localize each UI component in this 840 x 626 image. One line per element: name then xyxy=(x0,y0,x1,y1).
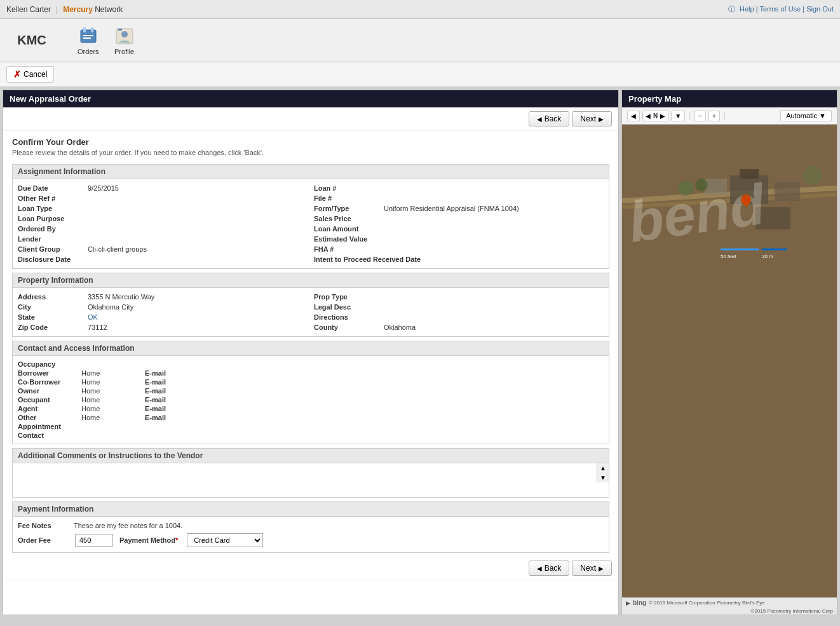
nav-bar: KMC Orders Profile xyxy=(0,19,840,62)
loan-type-label: Loan Type xyxy=(18,205,88,212)
map-toolbar: ◀ ◀ N ▶ ▼ | − + | Automatic ▼ xyxy=(622,107,837,125)
occupancy-label: Occupancy xyxy=(18,360,81,368)
occupant-email-label: E-mail xyxy=(145,396,183,404)
top-bar-left: Kellen Carter | Mercury Network xyxy=(6,5,123,14)
occupancy-row: Occupancy xyxy=(18,360,604,369)
map-nav-back-button[interactable]: ◀ xyxy=(627,111,640,121)
assignment-grid: Due Date 9/25/2015 Other Ref # Loan Type xyxy=(13,179,609,268)
other-email-label: E-mail xyxy=(145,414,183,421)
user-name: Kellen Carter xyxy=(6,5,51,14)
scroll-up-button[interactable]: ▲ xyxy=(597,463,609,473)
due-date-value: 9/25/2015 xyxy=(88,184,119,192)
top-bar: Kellen Carter | Mercury Network ⓘ Help |… xyxy=(0,0,840,19)
next-button-bottom[interactable]: Next ▶ xyxy=(572,561,612,576)
back-arrow-icon: ◀ xyxy=(537,116,542,123)
svg-text:50 feet: 50 feet xyxy=(721,254,736,259)
fha-label: FHA # xyxy=(314,245,384,253)
estimated-value-row: Estimated Value xyxy=(314,234,604,244)
fee-notes-value: These are my fee notes for a 1004. xyxy=(74,522,182,529)
svg-rect-1 xyxy=(83,27,86,32)
co-borrower-email-label: E-mail xyxy=(145,378,183,386)
map-zoom-out-button[interactable]: − xyxy=(694,111,706,121)
map-toolbar-separator2: | xyxy=(724,111,726,120)
client-group-row: Client Group Cli-cli-client groups xyxy=(18,244,308,254)
zip-row: Zip Code 73112 xyxy=(18,322,308,332)
order-fee-label: Order Fee xyxy=(18,536,69,544)
disclosure-date-label: Disclosure Date xyxy=(18,255,88,263)
mercury-text: Mercury xyxy=(63,5,93,14)
separator: | xyxy=(56,5,58,14)
intent-row: Intent to Proceed Received Date xyxy=(314,254,604,264)
svg-rect-19 xyxy=(762,248,787,250)
zip-label: Zip Code xyxy=(18,323,88,331)
state-label: State xyxy=(18,313,88,321)
intent-label: Intent to Proceed Received Date xyxy=(314,255,421,263)
cancel-button[interactable]: ✗ Cancel xyxy=(6,66,54,83)
file-num-label: File # xyxy=(314,194,384,202)
left-panel: New Appraisal Order ◀ Back Next ▶ Confir… xyxy=(3,90,619,615)
payment-method-select[interactable]: Credit Card Invoice ACH xyxy=(187,533,263,547)
occupant-phone: Home xyxy=(81,396,132,404)
x-icon: ✗ xyxy=(13,69,21,79)
assignment-left-col: Due Date 9/25/2015 Other Ref # Loan Type xyxy=(18,183,308,264)
appointment-label: Appointment xyxy=(18,423,81,430)
next-label-bottom: Next xyxy=(580,564,596,573)
fee-notes-row: Fee Notes These are my fee notes for a 1… xyxy=(18,522,604,529)
back-button-bottom[interactable]: ◀ Back xyxy=(529,561,570,576)
client-group-value: Cli-cli-client groups xyxy=(88,245,147,253)
comments-section: Additional Comments or Instructions to t… xyxy=(12,448,609,498)
svg-rect-18 xyxy=(721,248,759,250)
agent-label: Agent xyxy=(18,405,81,412)
map-n-label: N xyxy=(653,112,658,119)
next-button-top[interactable]: Next ▶ xyxy=(572,111,612,126)
assignment-section: Assignment Information Due Date 9/25/201… xyxy=(12,164,609,269)
nav-row-bottom: ◀ Back Next ▶ xyxy=(3,557,618,580)
owner-label: Owner xyxy=(18,387,81,395)
signout-link[interactable]: Sign Out xyxy=(806,5,834,13)
co-borrower-label: Co-Borrower xyxy=(18,378,81,386)
map-zoom-in-button[interactable]: + xyxy=(708,111,720,121)
loan-type-row: Loan Type xyxy=(18,203,308,214)
order-fee-row: Order Fee Payment Method* Credit Card In… xyxy=(18,533,604,547)
scroll-down-button[interactable]: ▼ xyxy=(597,473,609,482)
borrower-phone: Home xyxy=(81,369,132,377)
map-copyright: © 2015 Microsoft Corporation Pictometry … xyxy=(649,600,765,606)
next-label-top: Next xyxy=(580,114,596,123)
appointment-row: Appointment xyxy=(18,422,604,431)
co-borrower-phone: Home xyxy=(81,378,132,386)
map-toolbar-separator: | xyxy=(689,111,691,120)
assignment-header: Assignment Information xyxy=(13,165,609,179)
address-row: Address 3355 N Mercutio Way xyxy=(18,292,308,302)
svg-text:20 m: 20 m xyxy=(762,254,773,259)
contact-content: Occupancy Borrower Home E-mail Co-Borrow… xyxy=(13,356,609,444)
contact-row-item: Contact xyxy=(18,431,604,440)
map-svg: bend 50 feet 20 m xyxy=(622,125,837,597)
help-link[interactable]: Help xyxy=(740,5,754,13)
top-bar-right: ⓘ Help | Terms of Use | Sign Out xyxy=(728,4,834,14)
back-label-bottom: Back xyxy=(545,564,562,573)
payment-method-label: Payment Method* xyxy=(119,536,178,544)
kmc-logo: KMC xyxy=(6,33,57,48)
lender-label: Lender xyxy=(18,235,88,243)
terms-link[interactable]: Terms of Use xyxy=(759,5,801,13)
map-prev-button[interactable]: ◀ xyxy=(643,111,653,121)
map-next-button[interactable]: ▶ xyxy=(658,111,668,121)
orders-nav-button[interactable]: Orders xyxy=(70,24,107,58)
owner-phone: Home xyxy=(81,387,132,395)
map-nav-forward-button[interactable]: ▼ xyxy=(671,111,685,121)
state-value: OK xyxy=(88,313,98,321)
map-container: bend 50 feet 20 m xyxy=(622,125,837,597)
order-fee-input[interactable] xyxy=(75,534,113,547)
comments-area-wrapper: ▲ ▼ xyxy=(13,463,609,497)
right-panel: Property Map ◀ ◀ N ▶ ▼ | − + | Automatic… xyxy=(621,90,837,615)
back-button-top[interactable]: ◀ Back xyxy=(529,111,570,126)
profile-nav-button[interactable]: Profile xyxy=(107,24,142,58)
form-type-label: Form/Type xyxy=(314,205,384,212)
comments-textarea[interactable] xyxy=(13,463,609,495)
property-right-col: Prop Type Legal Desc Directions Cou xyxy=(314,292,604,332)
svg-rect-2 xyxy=(91,27,93,32)
map-mode-button[interactable]: Automatic ▼ xyxy=(780,110,832,121)
loan-purpose-label: Loan Purpose xyxy=(18,215,88,222)
other-phone: Home xyxy=(81,414,132,421)
county-label: County xyxy=(314,323,384,331)
